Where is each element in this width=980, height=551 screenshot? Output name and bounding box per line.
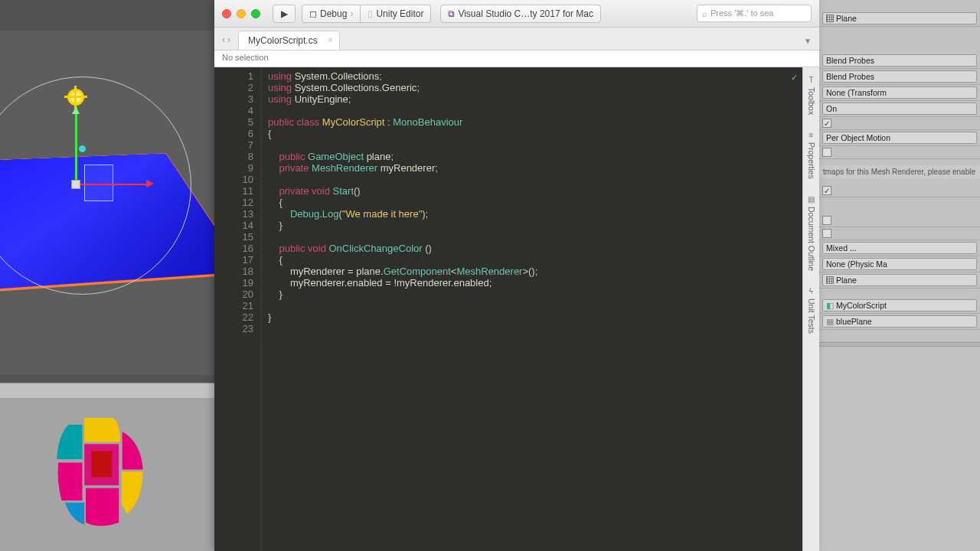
tab-overflow-button[interactable]: ▼: [796, 32, 819, 50]
play-icon: ▶: [281, 8, 288, 19]
close-window-button[interactable]: [222, 9, 231, 18]
light-icon[interactable]: [67, 89, 84, 106]
checkbox-b[interactable]: ✓: [822, 186, 831, 195]
unity-inspector: Plane Blend Probes Blend Probes None (Tr…: [819, 0, 980, 551]
checkbox-a[interactable]: [822, 148, 831, 157]
properties-tab[interactable]: ≡Properties: [805, 127, 818, 182]
gizmo-handle[interactable]: [79, 145, 86, 152]
search-icon: ⌕: [702, 9, 707, 18]
mesh-icon: [826, 276, 834, 284]
global-search[interactable]: ⌕Press '⌘.' to sea: [697, 5, 812, 22]
cooking-options-field[interactable]: Mixed ...: [822, 242, 977, 254]
anchor-override-field[interactable]: None (Transform: [822, 86, 977, 99]
run-button[interactable]: ▶: [273, 5, 296, 23]
script-icon: ◧: [826, 301, 834, 310]
vs-right-dock: TToolbox ≡Properties ▤Document Outline ϟ…: [802, 67, 819, 551]
toolbox-tab[interactable]: TToolbox: [805, 72, 818, 118]
checkbox-d[interactable]: [822, 229, 831, 238]
mesh-collider-field[interactable]: Plane: [822, 274, 977, 286]
motion-vectors-field[interactable]: Per Object Motion: [822, 132, 977, 144]
doc-outline-tab[interactable]: ▤Document Outline: [805, 191, 818, 274]
svg-rect-0: [91, 451, 112, 477]
stop-icon: ◻: [309, 8, 317, 19]
script-field[interactable]: ◧MyColorScript: [822, 299, 977, 311]
gizmo-y-axis[interactable]: [75, 107, 77, 184]
config-selector: ◻Debug› ▯Unity Editor: [302, 5, 431, 23]
receive-shadows-check[interactable]: ✓: [822, 119, 831, 128]
channel-logo: [31, 404, 168, 542]
app-title: ⧉Visual Studio C…ty 2017 for Mac: [440, 5, 601, 23]
vs-icon: ⧉: [448, 8, 455, 19]
light-probes-field[interactable]: Blend Probes: [822, 54, 977, 67]
plane-ref-field[interactable]: ▦bluePlane: [822, 315, 977, 328]
line-gutter: 1234567891011121314151617181920212223: [214, 67, 262, 551]
outline-icon: ▤: [806, 194, 816, 204]
code-editor[interactable]: ✓ 1234567891011121314151617181920212223 …: [214, 67, 802, 551]
zoom-window-button[interactable]: [251, 9, 260, 18]
target-dropdown[interactable]: ▯Unity Editor: [361, 5, 431, 23]
window-controls: [222, 9, 260, 18]
material-header[interactable]: [819, 342, 980, 347]
status-ok-icon: ✓: [791, 72, 798, 83]
material-field[interactable]: None (Physic Ma: [822, 258, 977, 270]
breadcrumb-bar[interactable]: No selection: [214, 51, 819, 67]
code-content[interactable]: using System.Collections; using System.C…: [262, 67, 802, 551]
mesh-field[interactable]: Plane: [822, 12, 977, 24]
selection-rect: [84, 165, 113, 201]
close-tab-button[interactable]: ×: [328, 35, 332, 44]
unit-tests-tab[interactable]: ϟUnit Tests: [805, 283, 818, 337]
vs-tabbar: ‹ › MyColorScript.cs× ▼: [214, 28, 819, 51]
cast-shadows-field[interactable]: On: [822, 103, 977, 115]
gameobject-icon: ▦: [826, 317, 834, 326]
properties-icon: ≡: [806, 130, 816, 140]
gizmo-x-axis[interactable]: [75, 184, 152, 185]
checkbox-c[interactable]: [822, 216, 831, 225]
lightmap-warning: tmaps for this Mesh Renderer, please ena…: [819, 165, 980, 178]
gizmo-origin[interactable]: [71, 180, 80, 189]
nav-back-button[interactable]: ‹: [222, 34, 225, 45]
nav-forward-button[interactable]: ›: [227, 34, 230, 45]
unity-scene-view[interactable]: [0, 31, 214, 375]
tests-icon: ϟ: [806, 286, 816, 296]
config-dropdown[interactable]: ◻Debug›: [302, 5, 361, 23]
toolbox-icon: T: [806, 75, 816, 85]
reflection-probes-field[interactable]: Blend Probes: [822, 70, 977, 83]
vs-titlebar: ▶ ◻Debug› ▯Unity Editor ⧉Visual Studio C…: [214, 0, 819, 28]
minimize-window-button[interactable]: [237, 9, 246, 18]
visual-studio-window: ▶ ◻Debug› ▯Unity Editor ⧉Visual Studio C…: [214, 0, 819, 551]
device-icon: ▯: [368, 8, 373, 19]
file-tab[interactable]: MyColorScript.cs×: [238, 31, 340, 50]
mesh-icon: [826, 15, 834, 22]
